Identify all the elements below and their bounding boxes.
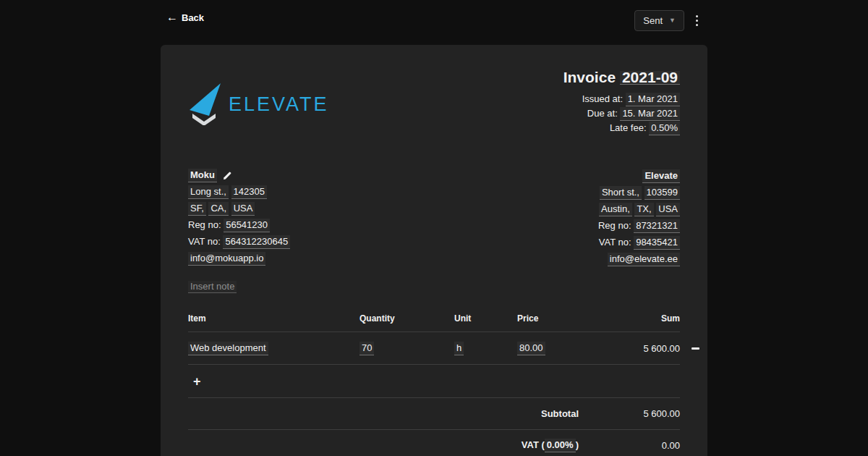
item-quantity-field[interactable]: 70: [359, 342, 374, 355]
due-label: Due at:: [587, 108, 618, 119]
vat-row: VAT (0.00%) 0.00: [188, 430, 680, 456]
issued-line: Issued at: 1. Mar 2021: [563, 92, 680, 106]
vat-label-prefix: VAT (: [522, 439, 545, 450]
subtotal-row: Subtotal 5 600.00: [188, 398, 680, 430]
line-items-table: Item Quantity Unit Price Sum Web develop…: [188, 309, 680, 456]
company-email-field[interactable]: info@elevate.ee: [608, 253, 680, 266]
invoice-title: Invoice 2021-09: [563, 69, 680, 86]
table-row: Web development 70 h 80.00 5 600.00: [188, 332, 680, 365]
invoice-header: ELEVATE Invoice 2021-09 Issued at: 1. Ma…: [188, 45, 680, 135]
invoice-meta: Invoice 2021-09 Issued at: 1. Mar 2021 D…: [563, 69, 680, 135]
vat-value: 0.00: [579, 440, 680, 451]
client-country-field[interactable]: USA: [231, 202, 255, 216]
late-fee-line: Late fee: 0.50%: [563, 121, 680, 135]
back-label: Back: [182, 12, 204, 23]
item-name-field[interactable]: Web development: [188, 342, 268, 355]
company-reg-label: Reg no:: [598, 220, 631, 231]
invoice-title-label: Invoice: [563, 69, 616, 85]
client-vat-label: VAT no:: [188, 236, 221, 247]
status-label: Sent: [643, 15, 663, 26]
header-quantity: Quantity: [359, 313, 454, 324]
header-price: Price: [517, 313, 597, 324]
vat-label: VAT (0.00%): [188, 439, 579, 452]
table-header-row: Item Quantity Unit Price Sum: [188, 309, 680, 332]
client-email-field[interactable]: info@mokuapp.io: [188, 252, 265, 266]
chevron-down-icon: ▼: [669, 17, 676, 24]
late-fee-field[interactable]: 0.50%: [649, 122, 680, 135]
item-price-field[interactable]: 80.00: [517, 342, 545, 355]
company-name-field[interactable]: Elevate: [642, 169, 680, 183]
item-sum-value: 5 600.00: [597, 343, 680, 354]
invoice-card: ELEVATE Invoice 2021-09 Issued at: 1. Ma…: [161, 45, 707, 456]
back-arrow-icon: ←: [166, 12, 178, 23]
client-zip-field[interactable]: 142305: [231, 185, 267, 199]
subtotal-value: 5 600.00: [579, 408, 680, 419]
client-vat-field[interactable]: 564312230645: [223, 235, 290, 249]
client-reg-label: Reg no:: [188, 219, 221, 230]
edit-client-icon[interactable]: [223, 171, 232, 180]
kebab-menu-icon[interactable]: [694, 14, 699, 28]
client-reg-field[interactable]: 56541230: [224, 219, 270, 232]
logo-sail-icon: [188, 83, 222, 125]
issued-date-field[interactable]: 1. Mar 2021: [626, 93, 680, 106]
company-country-field[interactable]: USA: [656, 203, 680, 216]
add-line-button[interactable]: +: [193, 375, 201, 388]
header-unit: Unit: [454, 313, 517, 324]
insert-note-input[interactable]: Insert note: [188, 281, 237, 293]
invoice-number-field[interactable]: 2021-09: [620, 71, 680, 85]
item-unit-field[interactable]: h: [454, 342, 464, 355]
status-dropdown[interactable]: Sent ▼: [634, 10, 684, 31]
client-state-field[interactable]: CA,: [208, 202, 229, 216]
company-zip-field[interactable]: 103599: [644, 186, 680, 200]
company-street-field[interactable]: Short st.,: [600, 186, 642, 200]
company-vat-field[interactable]: 98435421: [634, 236, 680, 250]
header-item: Item: [188, 313, 359, 324]
company-logo: ELEVATE: [188, 73, 329, 135]
add-line-row: +: [188, 365, 680, 398]
vat-rate-field[interactable]: 0.00%: [545, 439, 576, 452]
subtotal-label: Subtotal: [188, 408, 579, 419]
due-date-field[interactable]: 15. Mar 2021: [620, 107, 680, 121]
top-right-controls: Sent ▼: [634, 10, 699, 31]
company-city-field[interactable]: Austin,: [599, 203, 632, 216]
address-section: Moku Long st., 142305 SF, CA, USA Reg no…: [188, 169, 680, 269]
client-name-field[interactable]: Moku: [188, 169, 217, 182]
client-city-field[interactable]: SF,: [188, 202, 206, 216]
issued-label: Issued at:: [582, 93, 623, 104]
company-vat-label: VAT no:: [599, 237, 631, 248]
logo-text: ELEVATE: [229, 93, 329, 116]
due-line: Due at: 15. Mar 2021: [563, 106, 680, 121]
client-address-block: Moku Long st., 142305 SF, CA, USA Reg no…: [188, 169, 290, 269]
late-fee-label: Late fee:: [610, 122, 647, 133]
company-reg-field[interactable]: 87321321: [634, 219, 680, 233]
client-street-field[interactable]: Long st.,: [188, 185, 229, 199]
company-address-block: Elevate Short st., 103599 Austin, TX, US…: [598, 169, 680, 269]
back-button[interactable]: ← Back: [166, 12, 204, 23]
remove-line-button[interactable]: [692, 347, 699, 350]
company-state-field[interactable]: TX,: [634, 203, 653, 216]
header-sum: Sum: [597, 313, 680, 324]
